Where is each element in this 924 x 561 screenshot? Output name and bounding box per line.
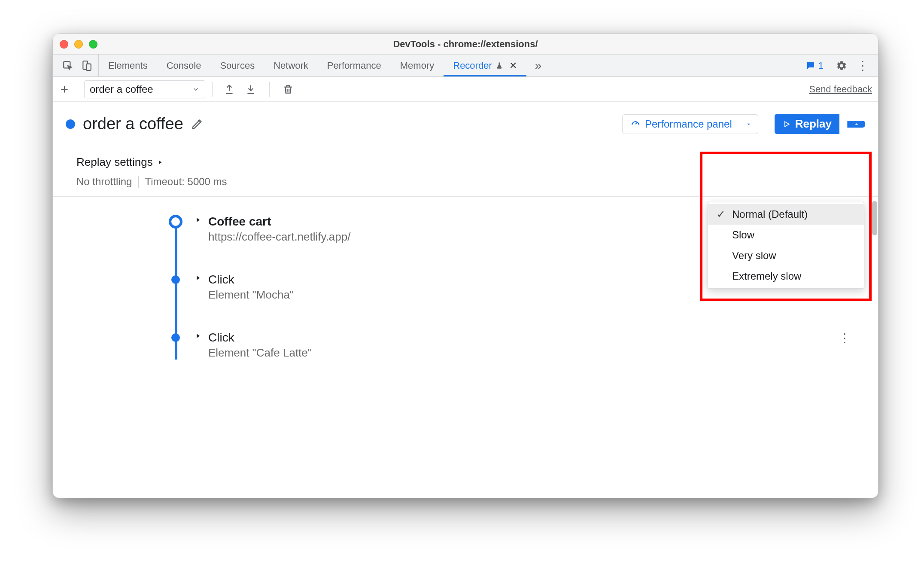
tabs-list: Elements Console Sources Network Perform…: [99, 55, 526, 76]
recorder-toolbar: order a coffee Send feedback: [53, 77, 878, 102]
svg-rect-2: [86, 64, 91, 70]
step-node: [171, 275, 180, 284]
step-menu-icon[interactable]: ⋮: [839, 331, 851, 345]
close-window-button[interactable]: [60, 40, 68, 49]
replay-speed-option[interactable]: Very slow: [708, 245, 864, 266]
export-icon[interactable]: [224, 84, 235, 95]
performance-panel-label: Performance panel: [645, 118, 732, 130]
tab-memory[interactable]: Memory: [391, 55, 444, 76]
recording-title: order a coffee: [83, 115, 183, 133]
replay-settings-label: Replay settings: [76, 155, 153, 169]
send-feedback-link[interactable]: Send feedback: [809, 84, 872, 95]
devtools-tabbar: Elements Console Sources Network Perform…: [53, 55, 878, 77]
settings-icon[interactable]: [836, 60, 847, 71]
import-icon[interactable]: [245, 84, 256, 95]
replay-settings-section: Replay settings No throttling Timeout: 5…: [53, 138, 878, 197]
delete-icon[interactable]: [283, 84, 294, 95]
tab-elements[interactable]: Elements: [99, 55, 157, 76]
replay-speed-option[interactable]: Extremely slow: [708, 266, 864, 287]
replay-button[interactable]: Replay: [775, 114, 839, 134]
window-title: DevTools - chrome://extensions/: [53, 39, 878, 50]
experiment-icon: [495, 61, 503, 70]
inspect-element-icon[interactable]: [62, 60, 73, 71]
minimize-window-button[interactable]: [74, 40, 83, 49]
expand-step-icon[interactable]: [195, 216, 201, 223]
step-subtitle: Element "Cafe Latte": [208, 346, 312, 360]
tab-performance[interactable]: Performance: [318, 55, 391, 76]
recording-selector[interactable]: order a coffee: [84, 80, 205, 98]
gauge-icon: [630, 119, 641, 129]
replay-speed-label: Slow: [732, 229, 754, 241]
replay-settings-toggle[interactable]: Replay settings: [76, 155, 854, 169]
expand-step-icon[interactable]: [195, 274, 201, 281]
recording-header: order a coffee Performance panel Replay: [53, 102, 878, 138]
replay-speed-label: Very slow: [732, 250, 776, 262]
replay-speed-label: Extremely slow: [732, 270, 801, 282]
performance-panel-dropdown[interactable]: [740, 114, 758, 134]
chevron-right-icon: [157, 159, 163, 165]
replay-speed-menu: ✓ Normal (Default) Slow Very slow Extrem…: [708, 202, 864, 289]
chevron-down-icon: [192, 85, 200, 93]
step-title: Coffee cart: [208, 215, 350, 229]
replay-label: Replay: [795, 117, 832, 131]
new-recording-icon[interactable]: [59, 84, 70, 95]
performance-panel-button[interactable]: Performance panel: [622, 114, 740, 134]
tab-network[interactable]: Network: [264, 55, 318, 76]
expand-step-icon[interactable]: [195, 332, 201, 339]
titlebar: DevTools - chrome://extensions/: [53, 34, 878, 55]
device-toolbar-icon[interactable]: [81, 60, 92, 71]
step-item[interactable]: Click Element "Cafe Latte" ⋮: [169, 331, 878, 360]
timeout-value: Timeout: 5000 ms: [145, 176, 227, 188]
recording-status-dot: [66, 119, 75, 129]
step-node: [169, 215, 182, 229]
tab-sources[interactable]: Sources: [210, 55, 264, 76]
tab-recorder[interactable]: Recorder ✕: [444, 55, 526, 76]
step-title: Click: [208, 273, 294, 287]
recording-selector-label: order a coffee: [90, 83, 153, 95]
issues-button[interactable]: 1: [802, 59, 827, 73]
performance-panel-group: Performance panel: [622, 114, 758, 134]
separator: [138, 176, 139, 188]
step-node: [171, 333, 180, 342]
step-subtitle: Element "Mocha": [208, 288, 294, 302]
tabs-overflow-button[interactable]: »: [526, 55, 550, 76]
tab-recorder-label: Recorder: [453, 60, 492, 71]
replay-speed-option[interactable]: Slow: [708, 225, 864, 245]
replay-dropdown-button[interactable]: [847, 121, 865, 128]
replay-speed-label: Normal (Default): [732, 208, 808, 220]
replay-speed-option[interactable]: ✓ Normal (Default): [708, 204, 864, 225]
fullscreen-window-button[interactable]: [89, 40, 97, 49]
step-title: Click: [208, 331, 312, 345]
throttling-value: No throttling: [76, 176, 132, 188]
play-icon: [782, 120, 791, 128]
more-icon[interactable]: ⋮: [857, 58, 869, 73]
issues-count: 1: [818, 60, 824, 71]
close-tab-icon[interactable]: ✕: [509, 60, 517, 71]
check-icon: ✓: [716, 208, 726, 220]
edit-title-icon[interactable]: [191, 118, 203, 130]
tab-console[interactable]: Console: [157, 55, 211, 76]
traffic-lights: [60, 40, 97, 49]
step-subtitle: https://coffee-cart.netlify.app/: [208, 230, 350, 244]
